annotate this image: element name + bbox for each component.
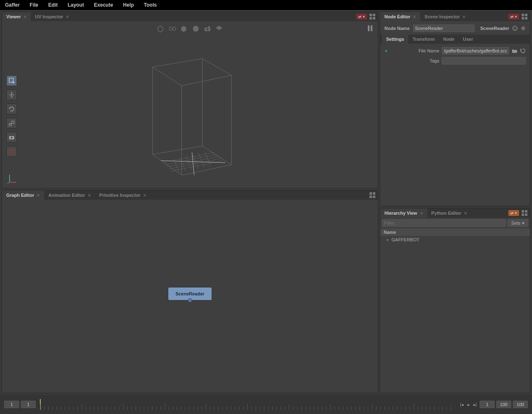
node-output-port[interactable] xyxy=(188,298,192,302)
timeline-range-display-input[interactable] xyxy=(513,401,528,408)
camera-icon[interactable] xyxy=(203,25,212,33)
scale-tool[interactable] xyxy=(6,118,17,129)
svg-line-14 xyxy=(7,182,10,184)
viewer-viewport[interactable] xyxy=(2,21,378,188)
svg-line-23 xyxy=(525,30,525,30)
reload-icon[interactable] xyxy=(520,48,526,54)
file-name-input[interactable] xyxy=(442,47,509,55)
timeline-current-input[interactable] xyxy=(21,401,36,408)
close-icon[interactable]: ✕ xyxy=(462,15,466,19)
expand-icon[interactable] xyxy=(168,25,177,33)
tab-animation-label: Animation Editor xyxy=(48,193,85,198)
tab-animation-editor[interactable]: Animation Editor ✕ xyxy=(44,191,95,200)
crop-tool[interactable] xyxy=(6,146,17,157)
subtab-node[interactable]: Node xyxy=(439,35,459,44)
viewer-panel: Viewer ✕ UV Inspector ✕ ⇄ ▾ xyxy=(2,12,378,188)
tab-viewer[interactable]: Viewer ✕ xyxy=(2,12,31,21)
timeline-range-end-input[interactable] xyxy=(496,401,511,408)
pin-toggle[interactable]: ⇄ ▾ xyxy=(356,14,367,20)
graph-node-scenereader[interactable]: SceneReader xyxy=(168,287,212,300)
sets-dropdown[interactable]: Sets ▾ xyxy=(507,219,528,227)
tab-python-editor[interactable]: Python Editor ✕ xyxy=(427,208,471,218)
pin-toggle[interactable]: ⇄ ▾ xyxy=(508,14,519,20)
subtab-user[interactable]: User xyxy=(459,35,477,44)
subtab-settings[interactable]: Settings xyxy=(382,35,408,44)
svg-point-17 xyxy=(522,27,524,29)
menu-help[interactable]: Help xyxy=(123,2,134,8)
menu-execute[interactable]: Execute xyxy=(94,2,113,8)
gear-icon[interactable] xyxy=(521,25,526,32)
menu-edit[interactable]: Edit xyxy=(48,2,58,8)
svg-point-2 xyxy=(193,26,199,32)
hierarchy-row[interactable]: ▸ GAFFERBOT xyxy=(380,236,530,243)
hierarchy-tabbar: Hierarchy View ✕ Python Editor ✕ ⇄ ▾ xyxy=(380,208,530,218)
graph-canvas[interactable]: SceneReader xyxy=(2,200,378,393)
close-icon[interactable]: ✕ xyxy=(66,15,69,19)
graph-tabbar: Graph Editor ✕ Animation Editor ✕ Primit… xyxy=(2,191,378,200)
select-tool[interactable] xyxy=(6,75,17,86)
svg-point-1 xyxy=(172,27,176,30)
hierarchy-panel: Hierarchy View ✕ Python Editor ✕ ⇄ ▾ Set… xyxy=(380,208,530,393)
file-name-label: File Name xyxy=(391,48,439,53)
tab-uv-inspector[interactable]: UV Inspector ✕ xyxy=(31,12,73,21)
subtab-transform[interactable]: Transform xyxy=(408,35,439,44)
svg-line-24 xyxy=(522,30,522,30)
timeline-start-input[interactable] xyxy=(4,401,19,408)
close-icon[interactable]: ✕ xyxy=(37,193,40,198)
close-icon[interactable]: ✕ xyxy=(88,193,91,198)
tab-scene-inspector[interactable]: Scene Inspector ✕ xyxy=(420,12,470,21)
node-name-input[interactable] xyxy=(413,25,475,32)
close-icon[interactable]: ✕ xyxy=(464,211,467,216)
menu-tools[interactable]: Tools xyxy=(144,2,157,8)
menu-layout[interactable]: Layout xyxy=(68,2,84,8)
layout-grid-icon[interactable] xyxy=(522,14,527,20)
layout-grid-icon[interactable] xyxy=(369,192,375,198)
tab-python-label: Python Editor xyxy=(431,211,461,216)
pause-icon[interactable] xyxy=(368,25,374,31)
layout-grid-icon[interactable] xyxy=(522,210,527,216)
menu-file[interactable]: File xyxy=(30,2,38,8)
camera-tool[interactable] xyxy=(6,132,17,143)
info-icon[interactable]: i xyxy=(512,25,517,32)
menu-gaffer[interactable]: Gaffer xyxy=(5,2,20,8)
translate-tool[interactable] xyxy=(6,89,17,100)
folder-icon[interactable] xyxy=(512,48,517,54)
rotate-tool[interactable] xyxy=(6,104,17,114)
graph-editor-panel: Graph Editor ✕ Animation Editor ✕ Primit… xyxy=(2,190,378,393)
tab-hierarchy-label: Hierarchy View xyxy=(384,211,417,216)
close-icon[interactable]: ✕ xyxy=(420,211,423,216)
node-editor-body: Node Name SceneReader i Settings Transfo… xyxy=(380,21,530,206)
svg-rect-8 xyxy=(12,121,14,124)
viewer-top-tools xyxy=(157,25,223,33)
tags-label: Tags xyxy=(391,58,439,63)
tab-graph-editor[interactable]: Graph Editor ✕ xyxy=(2,191,44,200)
tab-node-editor[interactable]: Node Editor ✕ xyxy=(380,12,420,21)
pin-toggle[interactable]: ⇄ ▾ xyxy=(508,210,519,216)
node-type-label: SceneReader xyxy=(480,26,510,31)
skip-start-icon[interactable]: |◂ xyxy=(459,402,465,407)
svg-line-22 xyxy=(522,27,522,27)
close-icon[interactable]: ✕ xyxy=(23,15,27,19)
hierarchy-filter-input[interactable] xyxy=(382,219,506,227)
layers-icon[interactable] xyxy=(215,25,223,33)
sphere-icon[interactable] xyxy=(192,25,200,33)
timeline-transport: |◂ ▸ ▸| xyxy=(459,402,478,407)
layout-grid-icon[interactable] xyxy=(369,14,375,20)
play-icon[interactable]: ▸ xyxy=(466,402,471,407)
close-icon[interactable]: ✕ xyxy=(413,15,416,19)
timeline-track[interactable] xyxy=(40,399,455,410)
tab-viewer-label: Viewer xyxy=(6,14,21,19)
svg-point-4 xyxy=(206,28,209,31)
hierarchy-body: Sets ▾ Name ▸ GAFFERBOT xyxy=(380,218,530,393)
shading-icon[interactable] xyxy=(180,25,188,33)
skip-end-icon[interactable]: ▸| xyxy=(472,402,478,407)
close-icon[interactable]: ✕ xyxy=(143,193,146,198)
expand-triangle-icon[interactable]: ▸ xyxy=(387,238,389,242)
tab-hierarchy-view[interactable]: Hierarchy View ✕ xyxy=(380,208,427,218)
draw-mode-icon[interactable] xyxy=(157,25,165,33)
timeline-end-current-input[interactable] xyxy=(480,401,495,408)
hierarchy-column-header[interactable]: Name xyxy=(380,228,530,236)
chevron-down-icon: ▾ xyxy=(522,221,525,226)
tab-primitive-inspector[interactable]: Primitive Inspector ✕ xyxy=(95,191,150,200)
tags-input[interactable] xyxy=(442,57,526,64)
